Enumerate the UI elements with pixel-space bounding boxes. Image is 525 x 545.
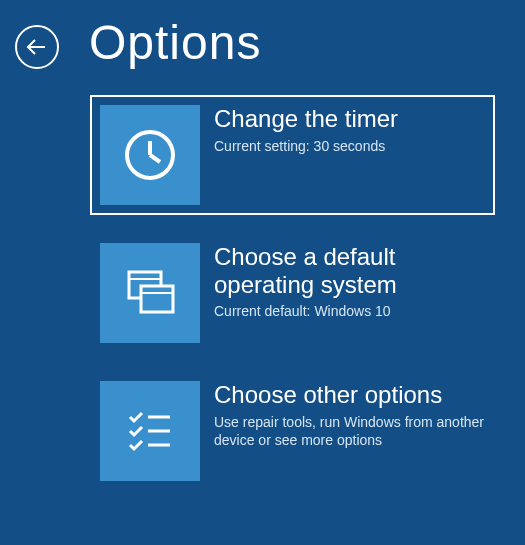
option-default-os[interactable]: Choose a default operating system Curren… [90, 233, 495, 353]
option-title: Choose a default operating system [214, 243, 485, 298]
option-change-timer[interactable]: Change the timer Current setting: 30 sec… [90, 95, 495, 215]
option-other-options[interactable]: Choose other options Use repair tools, r… [90, 371, 495, 491]
page-title: Options [89, 15, 261, 70]
option-subtitle: Current setting: 30 seconds [214, 137, 398, 155]
option-title: Choose other options [214, 381, 485, 409]
svg-rect-5 [141, 286, 173, 312]
header: Options [0, 0, 525, 70]
svg-line-2 [150, 155, 160, 162]
back-button[interactable] [15, 25, 59, 69]
checklist-icon [100, 381, 200, 481]
option-subtitle: Use repair tools, run Windows from anoth… [214, 413, 485, 449]
clock-icon [100, 105, 200, 205]
options-list: Change the timer Current setting: 30 sec… [0, 70, 525, 491]
option-subtitle: Current default: Windows 10 [214, 302, 485, 320]
option-title: Change the timer [214, 105, 398, 133]
windows-icon [100, 243, 200, 343]
back-arrow-icon [25, 35, 49, 59]
